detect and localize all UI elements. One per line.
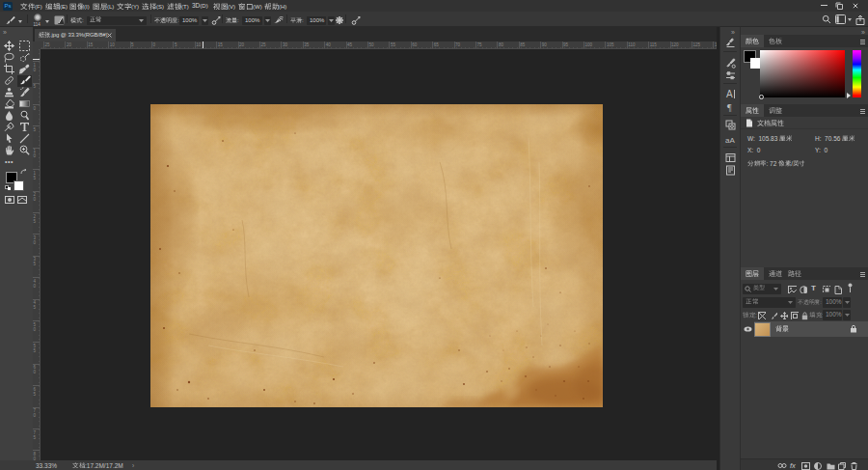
svg-text:A: A (726, 89, 733, 99)
svg-text:¶: ¶ (727, 102, 732, 113)
svg-text:aA: aA (725, 136, 735, 145)
